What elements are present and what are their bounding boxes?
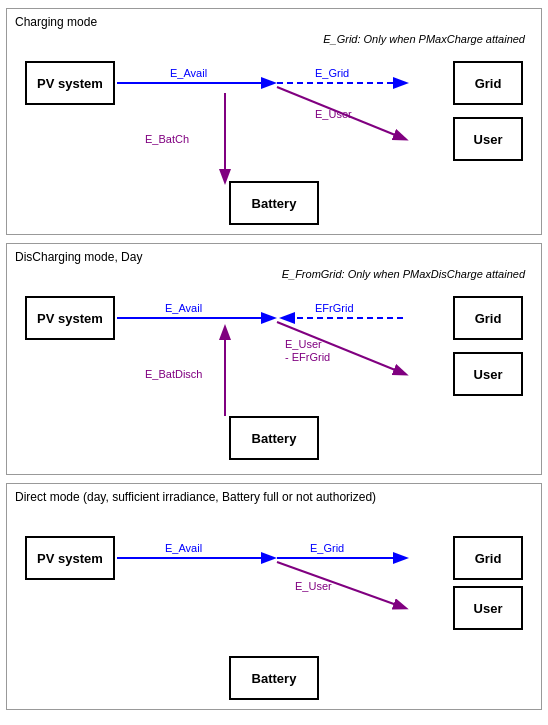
grid-box-3: Grid [453,536,523,580]
user-box: User [453,117,523,161]
svg-text:E_User: E_User [295,580,332,592]
svg-text:E_Grid: E_Grid [315,67,349,79]
pv-box-2: PV system [25,296,115,340]
svg-text:E_Avail: E_Avail [170,67,207,79]
svg-text:E_BatCh: E_BatCh [145,133,189,145]
charging-diagram-area: E_Grid: Only when PMaxCharge attained [15,33,533,228]
battery-box: Battery [229,181,319,225]
discharging-mode-title: DisCharging mode, Day [15,250,533,264]
battery-box-3: Battery [229,656,319,700]
battery-box-2: Battery [229,416,319,460]
user-box-3: User [453,586,523,630]
svg-text:E_User: E_User [285,338,322,350]
svg-text:E_Avail: E_Avail [165,542,202,554]
direct-diagram-area: E_Avail E_Grid E_User PV system Grid Use… [15,508,533,703]
discharging-mode-section: DisCharging mode, Day E_FromGrid: Only w… [6,243,542,475]
grid-box-2: Grid [453,296,523,340]
user-box-2: User [453,352,523,396]
charging-mode-title: Charging mode [15,15,533,29]
pv-box-3: PV system [25,536,115,580]
direct-mode-section: Direct mode (day, sufficient irradiance,… [6,483,542,710]
svg-text:E_Avail: E_Avail [165,302,202,314]
svg-text:EFrGrid: EFrGrid [315,302,354,314]
discharging-diagram-area: E_FromGrid: Only when PMaxDisCharge atta… [15,268,533,468]
grid-box: Grid [453,61,523,105]
pv-box: PV system [25,61,115,105]
svg-text:E_Grid: E_Grid [310,542,344,554]
direct-arrows: E_Avail E_Grid E_User [15,508,533,658]
svg-text:E_BatDisch: E_BatDisch [145,368,202,380]
direct-mode-title: Direct mode (day, sufficient irradiance,… [15,490,533,504]
svg-text:E_User: E_User [315,108,352,120]
svg-text:- EFrGrid: - EFrGrid [285,351,330,363]
charging-mode-section: Charging mode E_Grid: Only when PMaxChar… [6,8,542,235]
